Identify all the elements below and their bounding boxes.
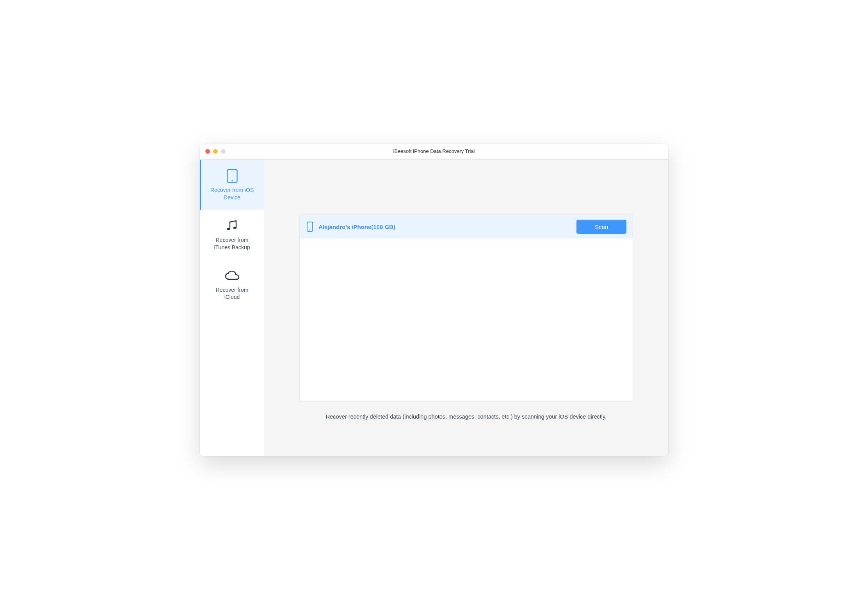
cloud-icon xyxy=(225,268,240,283)
close-icon[interactable] xyxy=(205,149,210,154)
svg-point-1 xyxy=(231,180,233,181)
traffic-lights xyxy=(205,149,226,154)
tablet-icon xyxy=(225,169,240,183)
app-body: Recover from iOS Device Recover from iTu… xyxy=(200,159,668,456)
sidebar-item-label: Recover from iOS Device xyxy=(210,186,254,201)
titlebar[interactable]: iBeesoft iPhone Data Recovery Trial xyxy=(200,144,668,159)
sidebar-item-label: Recover from iTunes Backup xyxy=(214,236,250,251)
svg-point-3 xyxy=(233,227,236,229)
sidebar-item-itunes-backup[interactable]: Recover from iTunes Backup xyxy=(200,210,264,260)
window-title: iBeesoft iPhone Data Recovery Trial xyxy=(205,148,663,154)
minimize-icon[interactable] xyxy=(213,149,218,154)
maximize-icon[interactable] xyxy=(221,149,226,154)
app-window: iBeesoft iPhone Data Recovery Trial Reco… xyxy=(200,144,668,456)
sidebar: Recover from iOS Device Recover from iTu… xyxy=(200,159,264,456)
svg-point-5 xyxy=(309,229,311,231)
main-content: Alejandro's iPhone(108 GB) Scan Recover … xyxy=(264,159,668,456)
sidebar-item-ios-device[interactable]: Recover from iOS Device xyxy=(200,160,264,210)
phone-icon xyxy=(306,221,314,232)
device-name: Alejandro's iPhone(108 GB) xyxy=(318,224,572,230)
scan-button[interactable]: Scan xyxy=(576,220,626,234)
hint-text: Recover recently deleted data (including… xyxy=(326,413,607,421)
sidebar-item-label: Recover from iCloud xyxy=(215,286,248,301)
device-list: Alejandro's iPhone(108 GB) Scan xyxy=(299,215,633,402)
device-row[interactable]: Alejandro's iPhone(108 GB) Scan xyxy=(300,215,633,238)
sidebar-item-icloud[interactable]: Recover from iCloud xyxy=(200,260,264,310)
svg-point-2 xyxy=(227,228,230,230)
music-note-icon xyxy=(225,218,240,233)
